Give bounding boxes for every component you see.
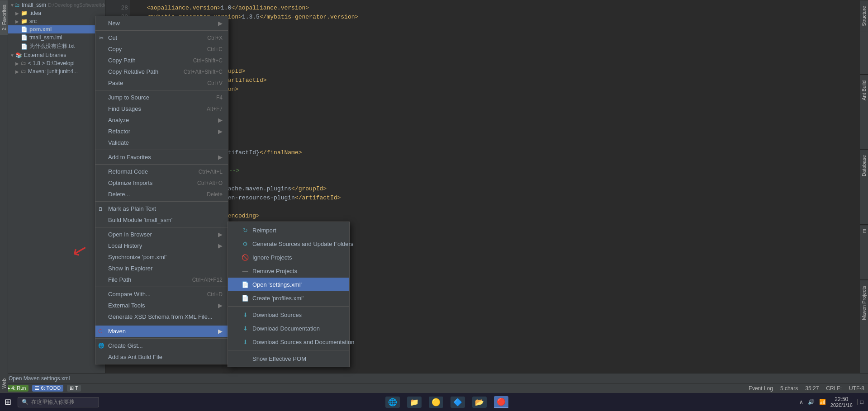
menu-synchronize[interactable]: Synchronize 'pom.xml' xyxy=(95,251,228,263)
menu-label: Build Module 'tmall_ssm' xyxy=(108,217,172,223)
status-bar: ▶ 4: Run ☰ 6: TODO ⊞ T Event Log 5 chars… xyxy=(0,383,868,393)
menu-add-favorites[interactable]: Add to Favorites ▶ xyxy=(95,151,228,163)
tree-label: pom.xml xyxy=(29,26,52,33)
menu-sep xyxy=(95,201,228,202)
app5-icon[interactable]: 📂 xyxy=(472,397,487,408)
menu-copy-relative-path[interactable]: Copy Relative Path Ctrl+Alt+Shift+C xyxy=(95,66,228,77)
terminal-button[interactable]: ⊞ T xyxy=(67,385,81,392)
menu-file-path[interactable]: File Path Ctrl+Alt+F12 xyxy=(95,274,228,285)
expand-arrow: ▼ xyxy=(10,53,15,58)
menu-new[interactable]: New ▶ xyxy=(95,18,228,29)
menu-external-tools[interactable]: External Tools ▶ xyxy=(95,300,228,311)
maven-open-settings[interactable]: 📄 Open 'settings.xml' xyxy=(228,278,349,291)
menu-build-module[interactable]: Build Module 'tmall_ssm' xyxy=(95,214,228,226)
tree-item-src[interactable]: ▶ 📁 src xyxy=(8,17,105,25)
arrow-icon: ▶ xyxy=(218,117,223,123)
tree-item-junit[interactable]: ▶ 🗂 Maven: junit:junit:4... xyxy=(8,67,105,76)
folder-icon: 📚 xyxy=(15,52,22,58)
search-bar[interactable]: 🔍 在这里输入你要搜 xyxy=(18,397,99,407)
maven-download-docs[interactable]: ⬇ Download Documentation xyxy=(228,321,349,335)
tree-label: .idea xyxy=(29,10,41,16)
shortcut: Ctrl+Alt+L xyxy=(190,169,223,175)
event-log[interactable]: Event Log xyxy=(749,385,773,392)
m-tab[interactable]: m xyxy=(860,225,868,236)
maven-ignore-projects[interactable]: 🚫 Ignore Projects xyxy=(228,250,349,264)
menu-analyze[interactable]: Analyze ▶ xyxy=(95,114,228,126)
menu-generate-xsd[interactable]: Generate XSD Schema from XML File... xyxy=(95,311,228,322)
download-icon: ⬇ xyxy=(241,324,250,333)
plain-text-icon: 🗒 xyxy=(98,206,103,212)
favorites-tab[interactable]: 2: Favorites xyxy=(0,0,8,35)
status-chars[interactable]: 5 chars xyxy=(780,385,798,392)
menu-copy-path[interactable]: Copy Path Ctrl+Shift+C xyxy=(95,55,228,66)
tree-item-tmall[interactable]: ▼ 🗂 tmall_ssm D:\DevelopingSoftware\idea… xyxy=(8,1,105,9)
menu-cut[interactable]: ✂ Cut Ctrl+X xyxy=(95,32,228,43)
start-button[interactable]: ⊞ xyxy=(0,395,16,409)
menu-mark-plain[interactable]: 🗒 Mark as Plain Text xyxy=(95,203,228,214)
folder-icon[interactable]: 📁 xyxy=(407,397,422,408)
speaker-icon[interactable]: 🔊 xyxy=(808,399,815,405)
line-num: 28 xyxy=(107,4,128,13)
code-line: <build> xyxy=(133,139,860,148)
menu-create-gist[interactable]: 🌐 Create Gist... xyxy=(95,340,228,351)
taskbar-apps: 🌐 📁 🟡 🔷 📂 🔴 xyxy=(99,396,795,408)
code-line: ...version> xyxy=(133,203,860,212)
tree-item-pom[interactable]: 📄 pom.xml xyxy=(8,25,105,33)
maven-download-both[interactable]: ⬇ Download Sources and Documentation xyxy=(228,335,349,349)
maven-projects-tab[interactable]: Maven Projects xyxy=(860,280,868,326)
maven-show-effective-pom[interactable]: Show Effective POM xyxy=(228,352,349,365)
menu-jump-source[interactable]: Jump to Source F4 xyxy=(95,92,228,103)
status-position[interactable]: 35:27 xyxy=(805,385,819,392)
structure-tab[interactable]: Structure xyxy=(860,0,868,32)
network-icon[interactable]: 📶 xyxy=(819,399,826,405)
menu-refactor[interactable]: Refactor ▶ xyxy=(95,126,228,137)
expand-arrow: ▶ xyxy=(15,11,21,16)
menu-sep xyxy=(95,30,228,31)
tree-item-iml[interactable]: 📄 tmall_ssm.iml xyxy=(8,33,105,42)
maven-generate-sources[interactable]: ⚙ Generate Sources and Update Folders xyxy=(228,237,349,250)
menu-sep xyxy=(95,227,228,227)
status-line-ending[interactable]: CRLF: xyxy=(826,385,842,392)
menu-label: Paste xyxy=(108,80,123,86)
generate-icon: ⚙ xyxy=(241,239,250,248)
maven-create-profiles[interactable]: 📄 Create 'profiles.xml' xyxy=(228,291,349,305)
menu-copy[interactable]: Copy Ctrl+C xyxy=(95,43,228,55)
menu-delete[interactable]: Delete... Delete xyxy=(95,189,228,200)
notification-text[interactable]: Open Maven settings.xml xyxy=(9,375,70,382)
menu-local-history[interactable]: Local History ▶ xyxy=(95,240,228,251)
app3-icon[interactable]: 🟡 xyxy=(429,397,443,408)
tree-item-ext-libs[interactable]: ▼ 📚 External Libraries xyxy=(8,51,105,59)
clock[interactable]: 22:50 2020/1/16 xyxy=(830,396,853,408)
right-tabs-panel: Structure Ant Build Database m Maven Pro… xyxy=(860,0,868,411)
menu-label: Reformat Code xyxy=(108,168,148,175)
maven-reimport[interactable]: ↻ Reimport xyxy=(228,223,349,237)
menu-optimize-imports[interactable]: Optimize Imports Ctrl+Alt+O xyxy=(95,177,228,189)
menu-paste[interactable]: Paste Ctrl+V xyxy=(95,77,228,89)
status-encoding[interactable]: UTF-8 xyxy=(849,385,864,392)
menu-validate[interactable]: Validate xyxy=(95,137,228,148)
intellij-icon[interactable]: 🔴 xyxy=(494,396,508,408)
ant-build-tab[interactable]: Ant Build xyxy=(860,75,868,106)
tree-label: src xyxy=(29,18,37,24)
tree-item-java18[interactable]: ▶ 🗂 < 1.8 > D:\Developi xyxy=(8,59,105,67)
menu-maven[interactable]: ⬡ Maven ▶ xyxy=(95,326,228,337)
web-tab[interactable]: Web xyxy=(0,374,8,393)
chrome-icon[interactable]: 🌐 xyxy=(385,397,400,408)
show-desktop[interactable]: □ xyxy=(857,399,863,405)
database-tab[interactable]: Database xyxy=(860,149,868,182)
menu-label: Show Effective POM xyxy=(252,355,306,362)
tree-item-txt[interactable]: 📄 为什么没有注释.txt xyxy=(8,42,105,51)
maven-remove-projects[interactable]: — Remove Projects xyxy=(228,264,349,278)
menu-open-browser[interactable]: Open in Browser ▶ xyxy=(95,229,228,240)
app4-icon[interactable]: 🔷 xyxy=(451,397,465,408)
menu-show-explorer[interactable]: Show in Explorer xyxy=(95,263,228,274)
menu-find-usages[interactable]: Find Usages Alt+F7 xyxy=(95,103,228,114)
menu-reformat[interactable]: Reformat Code Ctrl+Alt+L xyxy=(95,166,228,177)
menu-add-ant[interactable]: Add as Ant Build File xyxy=(95,351,228,363)
menu-label: Mark as Plain Text xyxy=(108,205,156,212)
tree-item-idea[interactable]: ▶ 📁 .idea xyxy=(8,9,105,17)
todo-button[interactable]: ☰ 6: TODO xyxy=(32,385,63,392)
maven-download-sources[interactable]: ⬇ Download Sources xyxy=(228,308,349,321)
arrow-icon: ▶ xyxy=(218,20,223,27)
menu-compare[interactable]: Compare With... Ctrl+D xyxy=(95,288,228,300)
